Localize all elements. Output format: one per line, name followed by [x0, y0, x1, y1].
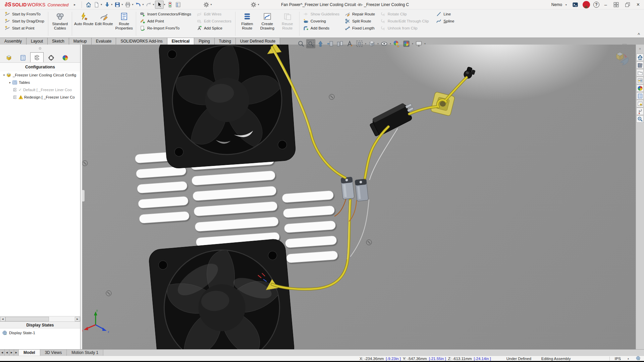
view-settings-monitor-button[interactable]: [414, 39, 423, 48]
design-library-button[interactable]: [636, 61, 644, 69]
tab-motion-study[interactable]: Motion Study 1: [67, 350, 103, 356]
scroll-left-button[interactable]: ◀: [0, 317, 5, 321]
line-button[interactable]: Line: [435, 10, 455, 17]
options-list-button[interactable]: [174, 1, 182, 9]
close-button[interactable]: ×: [635, 2, 641, 8]
chevron-down-icon[interactable]: ▾: [111, 3, 112, 6]
repair-route-button[interactable]: Repair Route: [343, 10, 376, 17]
chevron-down-icon[interactable]: ▾: [121, 3, 123, 6]
section-view-button[interactable]: [326, 39, 335, 48]
tree-expand-icon[interactable]: ▾: [2, 73, 6, 77]
chevron-down-icon[interactable]: ▾: [365, 42, 366, 45]
restore-window-button[interactable]: [624, 1, 632, 9]
scrollbar-thumb[interactable]: [5, 317, 49, 321]
minimize-button[interactable]: –: [603, 2, 609, 7]
viewport-splitter-handle[interactable]: [82, 190, 85, 202]
tree-item-config-default[interactable]: ✓ Default [ _Freezer Liner Coo: [0, 86, 80, 94]
chevron-down-icon[interactable]: ▾: [390, 42, 391, 45]
edit-route-button[interactable]: Edit Route: [94, 10, 114, 37]
apply-scene-button[interactable]: [402, 39, 411, 48]
home-button[interactable]: [85, 1, 93, 9]
tab-markup[interactable]: Markup: [69, 38, 92, 45]
prev-tab-button[interactable]: ◀: [5, 350, 9, 356]
properties-window-button[interactable]: [636, 100, 644, 107]
chevron-down-icon[interactable]: ▾: [258, 3, 259, 6]
add-point-button[interactable]: Add Point: [139, 17, 193, 24]
print-button[interactable]: [124, 1, 132, 9]
tab-electrical[interactable]: Electrical: [167, 38, 194, 45]
tab-3d-views[interactable]: 3D Views: [40, 350, 67, 356]
select-tool-button[interactable]: [155, 1, 164, 9]
tab-configuration-manager[interactable]: [30, 52, 44, 62]
panel-horizontal-scrollbar[interactable]: ◀ ▶: [0, 316, 80, 321]
cooling-fan-bottom[interactable]: [148, 238, 295, 349]
auto-route-button[interactable]: Auto Route: [74, 10, 94, 37]
start-by-fromto-button[interactable]: Start by From/To: [3, 10, 46, 17]
3dexperience-terminal-icon[interactable]: [571, 1, 579, 9]
task-pane-close-icon[interactable]: ×: [636, 45, 644, 53]
tab-tubing[interactable]: Tubing: [215, 38, 236, 45]
user-chevron-down-icon[interactable]: ▾: [566, 3, 567, 6]
design-checker-button[interactable]: [636, 115, 644, 123]
reimport-fromto-button[interactable]: Re-Import From/To: [139, 24, 193, 32]
rebuild-button[interactable]: [166, 1, 174, 9]
tab-property-manager[interactable]: [16, 53, 30, 62]
tab-user-defined-route[interactable]: User Defined Route: [236, 38, 280, 45]
tab-feature-tree[interactable]: [2, 53, 15, 62]
fixed-length-button[interactable]: Fixed Length: [343, 24, 376, 32]
chevron-down-icon[interactable]: ▾: [101, 3, 102, 6]
custom-properties-button[interactable]: [636, 92, 644, 100]
view-orientation-button[interactable]: [367, 39, 376, 48]
tab-evaluate[interactable]: Evaluate: [92, 38, 116, 45]
tab-dimxpert-manager[interactable]: [44, 53, 58, 62]
units-selector[interactable]: IPS: [614, 357, 621, 361]
chevron-down-icon[interactable]: ▾: [424, 42, 426, 45]
covering-button[interactable]: Covering: [302, 17, 341, 24]
flatten-route-button[interactable]: Flatten Route: [237, 10, 257, 37]
standard-cables-button[interactable]: Standard Cables: [50, 10, 70, 37]
terminal-blocks[interactable]: [341, 177, 369, 201]
tree-item-config-redesign[interactable]: Redesign [ _Freezer Liner Co: [0, 94, 80, 101]
doc-close-button[interactable]: ×: [630, 43, 633, 48]
previous-view-button[interactable]: [316, 39, 325, 48]
doc-minimize-button[interactable]: –: [617, 43, 620, 48]
chevron-down-icon[interactable]: ▾: [132, 3, 133, 6]
display-style-button[interactable]: [380, 39, 389, 48]
create-drawing-button[interactable]: Create Drawing: [257, 10, 277, 37]
zoom-fit-button[interactable]: [297, 39, 306, 48]
wire-harness[interactable]: [271, 47, 467, 289]
tab-display-manager[interactable]: [58, 53, 72, 62]
panel-splitter[interactable]: [0, 45, 80, 52]
undo-button[interactable]: [134, 1, 142, 9]
scroll-right-button[interactable]: ▶: [75, 317, 80, 321]
ribbon-collapse-chevron[interactable]: ^: [638, 32, 640, 37]
chevron-down-icon[interactable]: ▾: [142, 3, 144, 6]
chevron-down-icon[interactable]: ▾: [412, 42, 413, 45]
annotations-button[interactable]: [345, 39, 354, 48]
settings-gear-button[interactable]: [250, 1, 258, 9]
tree-collapse-icon[interactable]: ▸: [8, 81, 12, 84]
tag-globe-icon[interactable]: [636, 356, 641, 361]
tab-sketch[interactable]: Sketch: [48, 38, 69, 45]
tab-addins[interactable]: SOLIDWORKS Add-Ins: [116, 38, 167, 45]
appearances-button[interactable]: [636, 84, 644, 92]
user-name[interactable]: Nemo: [551, 2, 562, 7]
view-settings-button[interactable]: [355, 39, 364, 48]
save-button[interactable]: [113, 1, 121, 9]
routing-clips-button[interactable]: [636, 108, 644, 115]
logo-flyout-icon[interactable]: ▸: [74, 3, 75, 6]
chevron-down-icon[interactable]: ▾: [210, 3, 212, 6]
zoom-area-button[interactable]: [306, 39, 315, 48]
start-by-dragdrop-button[interactable]: Start by Drag/Drop: [3, 17, 46, 24]
display-state-item[interactable]: Display State-1: [2, 330, 78, 336]
tab-assembly[interactable]: Assembly: [0, 38, 26, 45]
tree-item-root[interactable]: ▾ _Freezer Liner Cooling Circuit Config: [0, 71, 80, 79]
first-tab-button[interactable]: ◀: [0, 350, 5, 356]
tab-piping[interactable]: Piping: [194, 38, 214, 45]
add-bends-button[interactable]: Add Bends: [302, 24, 341, 32]
cooling-fan-top[interactable]: [158, 45, 296, 169]
spline-button[interactable]: Spline: [435, 17, 455, 24]
add-splice-button[interactable]: Add Splice: [195, 24, 233, 32]
edit-appearance-button[interactable]: [392, 39, 401, 48]
file-explorer-button[interactable]: [636, 69, 644, 76]
